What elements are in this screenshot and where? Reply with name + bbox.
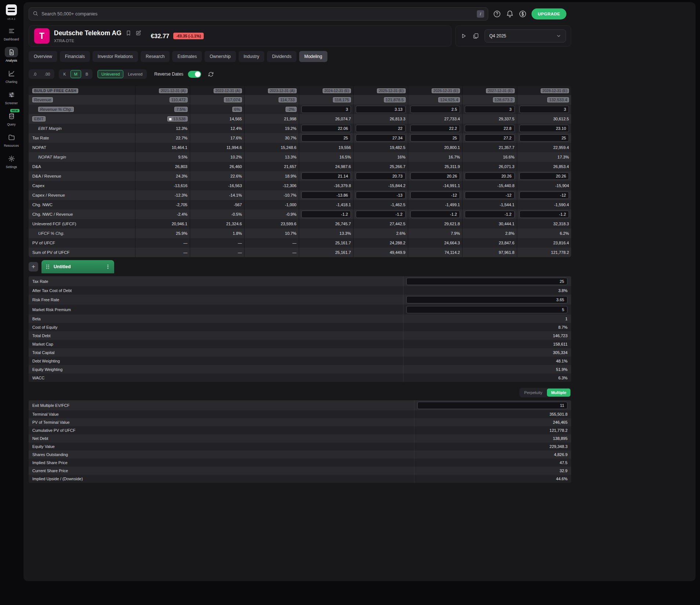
- dcf-cell[interactable]: 114,733: [244, 95, 299, 105]
- notifications-bell-icon[interactable]: [506, 10, 514, 18]
- dcf-row-label-cell[interactable]: D&A / Revenue: [29, 171, 135, 181]
- dcf-cell[interactable]: 23,847.6: [462, 238, 517, 248]
- dcf-cell[interactable]: 118,175: [299, 95, 353, 105]
- drag-handle-icon[interactable]: [45, 264, 50, 269]
- dcf-cell[interactable]: 132,533.4: [517, 95, 572, 105]
- dcf-cell[interactable]: 19,482.5: [353, 143, 408, 152]
- dcf-cell[interactable]: 16.6%: [462, 152, 517, 162]
- dcf-cell[interactable]: 110,472: [135, 95, 190, 105]
- dcf-cell[interactable]: 19,556: [299, 143, 353, 152]
- dcf-input-cell[interactable]: -12: [519, 192, 569, 199]
- dcf-cell[interactable]: -1,590.4: [517, 200, 572, 209]
- tab-modeling[interactable]: Modeling: [299, 51, 327, 62]
- play-icon[interactable]: [460, 33, 467, 39]
- dcf-input-cell[interactable]: 27.2: [465, 134, 515, 142]
- sheet-tab-untitled[interactable]: Untitled: [41, 260, 114, 273]
- dcf-input-cell[interactable]: 27.34: [356, 134, 406, 142]
- mode-button-multiple[interactable]: Multiple: [547, 389, 570, 397]
- kebab-menu-icon[interactable]: [105, 264, 110, 269]
- help-icon[interactable]: [493, 10, 501, 18]
- lever-button-unlevered[interactable]: Unlevered: [98, 70, 123, 78]
- sidebar-item-charting[interactable]: Charting: [0, 68, 23, 84]
- billing-dollar-icon[interactable]: [519, 10, 527, 18]
- lever-button-levered[interactable]: Levered: [124, 70, 146, 78]
- dcf-input-cell[interactable]: -12: [465, 192, 515, 199]
- dcf-cell[interactable]: 124,925.4: [408, 95, 463, 105]
- dcf-cell[interactable]: -2,705: [135, 200, 190, 209]
- dcf-cell[interactable]: 26,803: [135, 162, 190, 171]
- dcf-cell[interactable]: 1.8%: [190, 229, 244, 238]
- dcf-cell[interactable]: 21,357.7: [462, 143, 517, 152]
- dcf-row-label-cell[interactable]: Tax Rate: [29, 133, 135, 143]
- dcf-input-cell[interactable]: 2.5: [410, 106, 460, 113]
- dcf-cell[interactable]: 49,449.9: [353, 248, 408, 257]
- add-sheet-button[interactable]: +: [29, 262, 38, 271]
- dcf-cell[interactable]: -567: [190, 200, 244, 209]
- sidebar-item-dashboard[interactable]: Dashboard: [0, 26, 23, 41]
- dcf-cell[interactable]: 25,161.7: [299, 238, 353, 248]
- dcf-cell[interactable]: 97,961.8: [462, 248, 517, 257]
- tab-overview[interactable]: Overview: [29, 51, 57, 62]
- dcf-input-cell[interactable]: -1.2: [410, 211, 460, 218]
- dcf-cell[interactable]: 9.5%: [135, 152, 190, 162]
- dcf-cell[interactable]: 74,114.2: [408, 248, 463, 257]
- dcf-cell[interactable]: 24,664.3: [408, 238, 463, 248]
- dcf-row-label-cell[interactable]: PV of UFCF: [29, 238, 135, 248]
- sidebar-item-settings[interactable]: Settings: [0, 153, 23, 169]
- tab-ownership[interactable]: Ownership: [204, 51, 236, 62]
- dcf-cell[interactable]: -15,844.2: [353, 181, 408, 190]
- dcf-cell[interactable]: 22,959.4: [517, 143, 572, 152]
- upgrade-button[interactable]: UPGRADE: [532, 8, 566, 19]
- dcf-row-label-cell[interactable]: UFCF % Chg.: [29, 229, 135, 238]
- dcf-cell[interactable]: 121,778.2: [517, 248, 572, 257]
- sidebar-item-analysis[interactable]: Analysis: [0, 47, 23, 62]
- dcf-row-label-cell[interactable]: Revenue: [29, 95, 135, 105]
- dcf-input-cell[interactable]: -13: [356, 192, 406, 199]
- dcf-input-cell[interactable]: 25: [301, 134, 351, 142]
- dcf-cell[interactable]: -16,563: [190, 181, 244, 190]
- tab-industry[interactable]: Industry: [239, 51, 265, 62]
- dcf-cell[interactable]: 6%: [190, 105, 244, 114]
- mode-button-perpetuity[interactable]: Perpetuity: [520, 389, 547, 397]
- edit-icon[interactable]: [135, 30, 141, 36]
- dcf-cell[interactable]: 10.7%: [244, 229, 299, 238]
- dcf-row-label-cell[interactable]: Revenue % Chg.: [29, 105, 135, 114]
- dcf-cell[interactable]: 15,248.6: [244, 143, 299, 152]
- dcf-row-label-cell[interactable]: EBIT Margin: [29, 124, 135, 133]
- dcf-cell[interactable]: 13,538: [135, 114, 190, 124]
- dcf-cell[interactable]: -14,991.1: [408, 181, 463, 190]
- dcf-cell[interactable]: 20,946.1: [135, 219, 190, 229]
- dcf-cell[interactable]: 26,071.3: [462, 162, 517, 171]
- dcf-cell[interactable]: 26,460: [190, 162, 244, 171]
- decimal-two-button[interactable]: .00: [41, 70, 54, 78]
- dcf-cell[interactable]: 14,565: [190, 114, 244, 124]
- wacc-input[interactable]: 25: [406, 278, 567, 285]
- dcf-input-cell[interactable]: -13.86: [301, 192, 351, 199]
- dcf-input-cell[interactable]: 22.2: [410, 125, 460, 132]
- dcf-row-label-cell[interactable]: Chg. NWC: [29, 200, 135, 209]
- dcf-cell[interactable]: 117,074: [190, 95, 244, 105]
- dcf-cell[interactable]: 24,288.2: [353, 238, 408, 248]
- dcf-input-cell[interactable]: 22.8: [465, 125, 515, 132]
- dcf-input-cell[interactable]: 3.13: [356, 106, 406, 113]
- dcf-input-cell[interactable]: 22.06: [301, 125, 351, 132]
- dcf-cell[interactable]: —: [244, 238, 299, 248]
- dcf-cell[interactable]: -1,499.1: [408, 200, 463, 209]
- dcf-cell[interactable]: -0.9%: [244, 209, 299, 219]
- dcf-cell[interactable]: -13,616: [135, 181, 190, 190]
- dcf-cell[interactable]: —: [244, 248, 299, 257]
- dcf-input-cell[interactable]: 20.26: [410, 172, 460, 180]
- dcf-cell[interactable]: 27,733.4: [408, 114, 463, 124]
- dcf-row-label-cell[interactable]: EBIT: [29, 114, 135, 124]
- bookmark-icon[interactable]: [126, 30, 131, 36]
- tab-investor-relations[interactable]: Investor Relations: [93, 51, 138, 62]
- dcf-input-cell[interactable]: 20.73: [356, 172, 406, 180]
- tab-financials[interactable]: Financials: [60, 51, 90, 62]
- dcf-cell[interactable]: -2%: [244, 105, 299, 114]
- dcf-input-cell[interactable]: 25: [519, 134, 569, 142]
- dcf-cell[interactable]: 17.3%: [517, 152, 572, 162]
- dcf-cell[interactable]: 10.2%: [190, 152, 244, 162]
- dcf-input-cell[interactable]: 23.10: [519, 125, 569, 132]
- dcf-row-label-cell[interactable]: NOPAT Margin: [29, 152, 135, 162]
- dcf-input-cell[interactable]: 3: [519, 106, 569, 113]
